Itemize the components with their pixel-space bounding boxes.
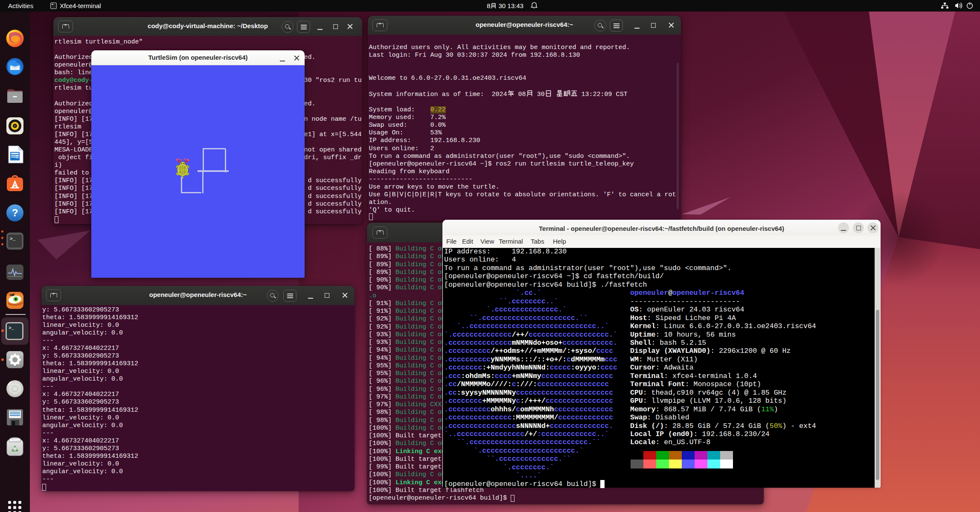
svg-text:?: ? xyxy=(12,207,18,218)
svg-text:>_: >_ xyxy=(9,326,15,331)
svg-text:>_: >_ xyxy=(10,236,16,241)
